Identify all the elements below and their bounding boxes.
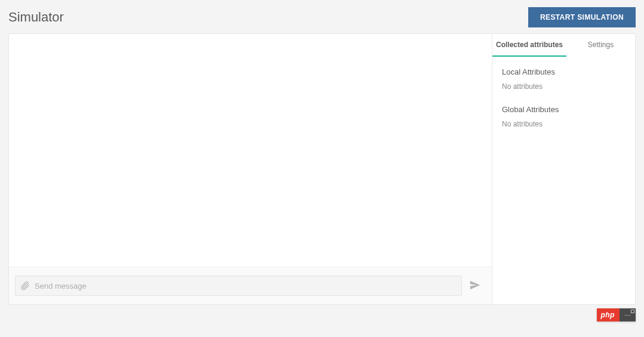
- tab-settings[interactable]: Settings: [566, 34, 635, 57]
- message-input-wrapper: [15, 276, 462, 296]
- local-attributes-empty: No attributes: [502, 82, 625, 91]
- side-panel-body: Local Attributes No attributes Global At…: [492, 57, 635, 153]
- tab-collected-attributes[interactable]: Collected attributes: [492, 34, 566, 57]
- local-attributes-heading: Local Attributes: [502, 67, 625, 76]
- global-attributes-heading: Global Attributes: [502, 105, 625, 114]
- side-panel: Collected attributes Settings Local Attr…: [492, 34, 635, 304]
- page-title: Simulator: [8, 10, 64, 25]
- chat-history: [9, 34, 492, 267]
- global-attributes-empty: No attributes: [502, 120, 625, 128]
- header: Simulator RESTART SIMULATION: [8, 7, 636, 27]
- paperclip-icon[interactable]: [20, 281, 30, 290]
- badge-php-label: php: [597, 308, 620, 321]
- chat-input-area: [9, 267, 492, 304]
- php-footer-badge: php ····: [597, 308, 636, 321]
- simulator-card: Collected attributes Settings Local Attr…: [8, 33, 636, 305]
- message-input[interactable]: [35, 282, 457, 290]
- side-panel-tabs: Collected attributes Settings: [492, 34, 635, 57]
- chat-panel: [9, 34, 492, 304]
- badge-right-label: ····: [620, 308, 636, 321]
- restart-simulation-button[interactable]: RESTART SIMULATION: [528, 7, 636, 27]
- send-button[interactable]: [468, 279, 482, 293]
- send-icon: [469, 279, 482, 293]
